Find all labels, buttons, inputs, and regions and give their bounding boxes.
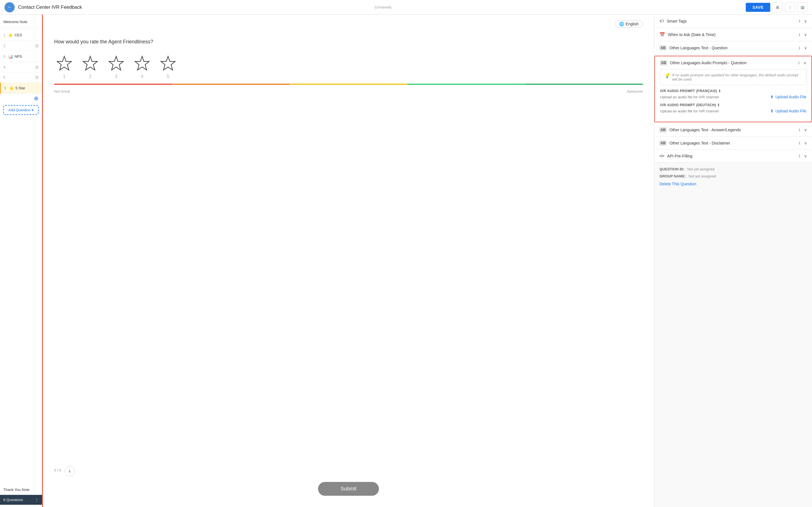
other-lang-disclaimer-icon: AB: [659, 140, 666, 146]
when-to-ask-icon: 📅: [659, 32, 665, 37]
main-layout: Welcome Note 1 ⭐ CES 2 ⊞ 3 📊 NPS 4 ⊞ 5 ⊞: [0, 15, 812, 507]
monitor-button[interactable]: 🖥: [772, 2, 783, 12]
sidebar-item-nps[interactable]: 3 📊 NPS: [0, 51, 42, 62]
back-button[interactable]: ←: [4, 2, 15, 12]
audio-prompt-deutsch: IVR AUDIO PROMPT (DEUTSCH) ℹ Upload an a…: [660, 103, 806, 113]
star-rating: 1 2 3 4: [54, 54, 643, 79]
save-button[interactable]: SAVE: [746, 3, 770, 12]
star-2[interactable]: 2: [80, 54, 100, 79]
questions-count: 6 Questions: [3, 498, 23, 502]
sidebar-item-welcome-note[interactable]: Welcome Note: [0, 17, 42, 27]
menu-button[interactable]: ⋮: [785, 2, 795, 12]
deutsch-info-icon[interactable]: ℹ: [718, 103, 719, 107]
other-lang-disclaimer-header[interactable]: AB Other Languages Text - Disclaimer ℹ ∨: [654, 136, 812, 150]
unsaved-badge: (Unsaved): [374, 5, 391, 9]
footer-menu-icon[interactable]: ⋮: [35, 498, 39, 502]
group-name-value: Not yet assigned: [689, 174, 716, 178]
scale-labels: Not Great Awesome: [54, 89, 643, 94]
upload-francais-button[interactable]: ⬆ Upload Audio File: [770, 95, 806, 99]
scroll-up-button[interactable]: ∧: [64, 466, 75, 476]
add-question-button[interactable]: Add Question ▾: [3, 105, 39, 115]
org-button[interactable]: 🏢: [797, 2, 808, 12]
deutsch-upload-row: Upload an audio file for IVR channel ⬆ U…: [660, 109, 806, 113]
page-title: Contact Center IVR Feedback: [18, 4, 372, 10]
topbar: ← Contact Center IVR Feedback (Unsaved) …: [0, 0, 812, 15]
language-selector[interactable]: 🌐 English: [615, 20, 643, 27]
sidebar-item-2[interactable]: 2 ⊞: [0, 41, 42, 51]
api-prefill-icon: </>: [659, 154, 664, 158]
sidebar-item-5[interactable]: 5 ⊞: [0, 72, 42, 82]
main-content: 🌐 English How would you rate the Agent F…: [43, 15, 654, 507]
star-1[interactable]: 1: [54, 54, 74, 79]
when-to-ask-chevron: ∨: [804, 33, 807, 37]
chevron-down-icon: ▾: [32, 108, 34, 112]
add-item-icon[interactable]: ⊕: [34, 95, 39, 102]
star-3[interactable]: 3: [106, 54, 126, 79]
audio-prompts-info-icon[interactable]: ℹ: [798, 61, 800, 65]
question-id-row: QUESTION ID: Not yet assigned: [659, 167, 807, 171]
label-low: Not Great: [54, 89, 70, 94]
other-lang-text-info-icon[interactable]: ℹ: [799, 46, 800, 50]
slot-icon-4: ⊞: [35, 64, 39, 70]
panel-other-lang-answer: AB Other Languages Text - Answer/Legends…: [654, 123, 812, 136]
sidebar-item-4[interactable]: 4 ⊞: [0, 62, 42, 72]
right-panel: 🏷 Smart Tags ℹ ∨ 📅 When to Ask (Date & T…: [654, 15, 812, 507]
francais-info-icon[interactable]: ℹ: [719, 89, 721, 93]
other-lang-answer-icon: AB: [659, 127, 666, 132]
star-4[interactable]: 4: [132, 54, 152, 79]
panel-when-to-ask: 📅 When to Ask (Date & Time) ℹ ∨: [654, 28, 812, 41]
topbar-actions: SAVE 🖥 ⋮ 🏢: [746, 2, 808, 12]
add-question-label: Add Question: [8, 108, 31, 112]
sidebar-item-5star[interactable]: 6 ⭐ 5 Star: [0, 82, 42, 94]
smart-tags-info-icon[interactable]: ℹ: [799, 19, 800, 23]
delete-question-link[interactable]: Delete This Question: [659, 182, 696, 186]
submit-button[interactable]: Submit: [318, 482, 379, 496]
panel-other-lang-disclaimer: AB Other Languages Text - Disclaimer ℹ ∨: [654, 136, 812, 150]
language-label: English: [626, 22, 639, 26]
upload-francais-icon: ⬆: [770, 95, 774, 99]
audio-prompts-icon: AB: [660, 60, 667, 65]
question-area: How would you rate the Agent Friendlines…: [54, 33, 643, 460]
panel-smart-tags: 🏷 Smart Tags ℹ ∨: [654, 15, 812, 28]
other-lang-text-header[interactable]: AB Other Languages Text - Question ℹ ∨: [654, 41, 812, 54]
audio-info-box: 💡 If no audio prompts are updated for ot…: [660, 69, 806, 85]
slot-icon-2: ⊞: [35, 43, 39, 48]
when-to-ask-header[interactable]: 📅 When to Ask (Date & Time) ℹ ∨: [654, 28, 812, 41]
monitor-icon: 🖥: [776, 5, 779, 10]
other-lang-text-chevron: ∨: [804, 46, 807, 50]
sidebar-item-thank-you-note[interactable]: Thank You Note: [0, 485, 42, 495]
francais-upload-row: Upload an audio file for IVR channel ⬆ U…: [660, 95, 806, 99]
sidebar: Welcome Note 1 ⭐ CES 2 ⊞ 3 📊 NPS 4 ⊞ 5 ⊞: [0, 15, 43, 507]
group-name-row: GROUP NAME: Not yet assigned: [659, 174, 807, 178]
sidebar-footer: 6 Questions ⋮: [0, 495, 42, 505]
label-high: Awesome: [627, 89, 643, 94]
other-lang-disclaimer-info-icon[interactable]: ℹ: [799, 141, 800, 145]
panel-api-prefill: </> API Pre-Filling ℹ ∨: [654, 150, 812, 163]
api-prefill-chevron: ∨: [804, 154, 807, 158]
other-lang-disclaimer-chevron: ∨: [804, 141, 807, 145]
smart-tags-icon: 🏷: [659, 18, 664, 24]
star-5[interactable]: 5: [158, 54, 178, 79]
org-icon: 🏢: [801, 5, 805, 9]
progress-bar: [54, 83, 643, 85]
other-lang-answer-chevron: ∨: [804, 128, 807, 132]
when-to-ask-info-icon[interactable]: ℹ: [799, 33, 800, 37]
panel-audio-prompts: AB Other Languages Audio Prompts - Quest…: [654, 56, 812, 122]
api-prefill-info-icon[interactable]: ℹ: [799, 154, 800, 158]
question-id-value: Not yet assigned: [687, 167, 714, 171]
pagination: 6 / 6: [54, 468, 61, 472]
smart-tags-chevron: ∨: [804, 19, 807, 23]
other-lang-answer-header[interactable]: AB Other Languages Text - Answer/Legends…: [654, 123, 812, 136]
menu-icon: ⋮: [788, 5, 792, 10]
upload-deutsch-button[interactable]: ⬆ Upload Audio File: [770, 109, 806, 113]
other-lang-answer-info-icon[interactable]: ℹ: [799, 128, 800, 132]
audio-prompts-chevron: ∧: [804, 61, 806, 65]
slot-icon-5: ⊞: [35, 75, 39, 80]
sidebar-item-ces[interactable]: 1 ⭐ CES: [0, 30, 42, 41]
api-prefill-header[interactable]: </> API Pre-Filling ℹ ∨: [654, 150, 812, 162]
submit-area: Submit: [54, 476, 643, 501]
audio-prompts-header[interactable]: AB Other Languages Audio Prompts - Quest…: [655, 56, 811, 69]
smart-tags-header[interactable]: 🏷 Smart Tags ℹ ∨: [654, 15, 812, 27]
info-box-icon: 💡: [664, 73, 670, 78]
upload-deutsch-icon: ⬆: [770, 109, 774, 113]
